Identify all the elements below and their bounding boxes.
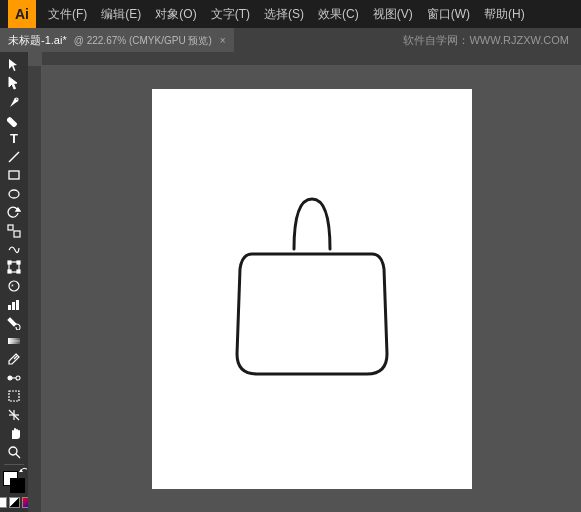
svg-rect-3 [7, 117, 17, 127]
svg-rect-26 [9, 391, 19, 401]
color-icon[interactable] [0, 497, 7, 508]
svg-point-23 [8, 376, 12, 380]
svg-rect-12 [17, 261, 20, 264]
svg-point-6 [9, 190, 19, 198]
toolbar-divider [4, 464, 24, 465]
none-icon[interactable] [9, 497, 20, 508]
svg-point-24 [16, 376, 20, 380]
ruler-top [42, 52, 581, 66]
zoom-tool[interactable] [2, 443, 26, 460]
free-transform-tool[interactable] [2, 259, 26, 276]
canvas-area [28, 52, 581, 512]
ellipse-tool[interactable] [2, 185, 26, 202]
svg-rect-14 [17, 270, 20, 273]
svg-point-30 [9, 447, 17, 455]
svg-line-31 [16, 454, 20, 458]
svg-line-4 [9, 152, 19, 162]
svg-rect-9 [14, 231, 20, 237]
website-tag: 软件自学网：WWW.RJZXW.COM [391, 28, 581, 52]
line-tool[interactable] [2, 148, 26, 165]
svg-rect-8 [8, 225, 13, 230]
drawing-canvas[interactable] [42, 66, 581, 512]
toolbar: T [0, 52, 28, 512]
eyedropper-tool[interactable] [2, 351, 26, 368]
pen-tool[interactable] [2, 93, 26, 110]
rectangle-tool[interactable] [2, 167, 26, 184]
ai-logo: Ai [8, 0, 36, 28]
svg-rect-5 [9, 171, 19, 179]
stroke-color-box[interactable] [10, 478, 25, 493]
color-mode-row [0, 497, 28, 508]
rotate-tool[interactable] [2, 203, 26, 220]
select-tool[interactable] [2, 56, 26, 73]
menu-bar: 文件(F) 编辑(E) 对象(O) 文字(T) 选择(S) 效果(C) 视图(V… [42, 4, 531, 25]
menu-edit[interactable]: 编辑(E) [95, 4, 147, 25]
paintbucket-tool[interactable] [2, 314, 26, 331]
svg-rect-17 [8, 305, 11, 310]
menu-text[interactable]: 文字(T) [205, 4, 256, 25]
title-bar: Ai 文件(F) 编辑(E) 对象(O) 文字(T) 选择(S) 效果(C) 视… [0, 0, 581, 28]
artboard [152, 89, 472, 489]
ruler-left [28, 66, 42, 512]
menu-help[interactable]: 帮助(H) [478, 4, 531, 25]
svg-rect-19 [16, 300, 19, 310]
menu-view[interactable]: 视图(V) [367, 4, 419, 25]
blend-tool[interactable] [2, 369, 26, 386]
warp-tool[interactable] [2, 240, 26, 257]
svg-text:*: * [11, 283, 14, 290]
svg-rect-11 [8, 261, 11, 264]
artboard-tool[interactable] [2, 388, 26, 405]
stroke-fill-box[interactable] [3, 471, 25, 493]
menu-window[interactable]: 窗口(W) [421, 4, 476, 25]
active-tab[interactable]: 未标题-1.ai* @ 222.67% (CMYK/GPU 预览) × [0, 28, 234, 52]
menu-file[interactable]: 文件(F) [42, 4, 93, 25]
tab-label: 未标题-1.ai* @ 222.67% (CMYK/GPU 预览) [8, 33, 212, 48]
graph-tool[interactable] [2, 295, 26, 312]
symbol-tool[interactable]: * [2, 277, 26, 294]
tab-bar: 未标题-1.ai* @ 222.67% (CMYK/GPU 预览) × 软件自学… [0, 28, 581, 52]
svg-marker-1 [9, 77, 17, 89]
hand-tool[interactable] [2, 424, 26, 441]
gradient-tool[interactable] [2, 332, 26, 349]
svg-marker-0 [9, 59, 17, 71]
main-layout: T [0, 52, 581, 512]
type-tool[interactable]: T [2, 130, 26, 147]
slice-tool[interactable] [2, 406, 26, 423]
pencil-tool[interactable] [2, 111, 26, 128]
menu-select[interactable]: 选择(S) [258, 4, 310, 25]
svg-rect-13 [8, 270, 11, 273]
tab-close[interactable]: × [220, 35, 226, 46]
menu-effect[interactable]: 效果(C) [312, 4, 365, 25]
menu-object[interactable]: 对象(O) [149, 4, 202, 25]
color-section [0, 471, 28, 508]
svg-rect-18 [12, 302, 15, 310]
handbag-illustration [222, 179, 402, 399]
svg-line-22 [14, 356, 17, 359]
direct-select-tool[interactable] [2, 74, 26, 91]
scale-tool[interactable] [2, 222, 26, 239]
